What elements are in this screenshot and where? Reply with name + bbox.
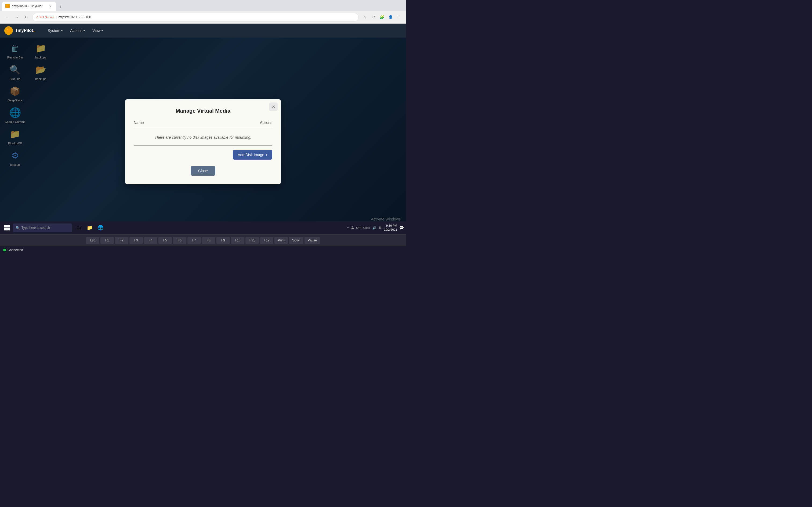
shield-button[interactable]: 🛡: [369, 13, 377, 21]
notification-icon[interactable]: 💬: [399, 226, 404, 230]
modal-close-button[interactable]: ✕: [269, 103, 277, 111]
system-menu[interactable]: System ▾: [44, 26, 66, 35]
esc-key[interactable]: Esc: [86, 237, 99, 244]
modal-overlay: ✕ Manage Virtual Media Name Actions Ther…: [0, 38, 406, 246]
logo-icon: 🟠: [4, 26, 13, 35]
start-button[interactable]: [2, 223, 12, 233]
new-tab-button[interactable]: +: [57, 3, 64, 11]
extension-button[interactable]: 🧩: [378, 13, 386, 21]
scroll-key[interactable]: Scroll: [289, 237, 303, 244]
f4-key[interactable]: F4: [144, 237, 157, 244]
address-actions: ☆ 🛡 🧩 👤 ⋮: [361, 13, 403, 21]
close-button[interactable]: Close: [191, 166, 215, 176]
forward-button[interactable]: →: [13, 13, 20, 21]
bookmark-button[interactable]: ☆: [361, 13, 368, 21]
refresh-button[interactable]: ↻: [22, 13, 30, 21]
table-header: Name Actions: [134, 120, 272, 127]
back-button[interactable]: ←: [3, 13, 11, 21]
empty-message: There are currently no disk images avail…: [155, 135, 251, 139]
profile-button[interactable]: 👤: [387, 13, 394, 21]
logo-text: TinyPilot...: [15, 28, 36, 33]
fn-bar-wrapper: Esc F1 F2 F3 F4 F5 F6 F7 F8 F9 F10 F11 F…: [0, 234, 406, 246]
actions-menu[interactable]: Actions ▾: [66, 26, 89, 35]
tab-close-button[interactable]: ✕: [48, 4, 53, 9]
nav-menu: System ▾ Actions ▾ View ▾: [44, 26, 107, 35]
address-input[interactable]: ⚠ Not Secure | https://192.168.3.160: [32, 13, 359, 21]
search-bar[interactable]: 🔍 Type here to search: [13, 223, 72, 232]
weather-temp: 64°F Clear: [356, 226, 370, 229]
browser-frame: 🟠 tinypilot-01 - TinyPilot ✕ + ← → ↻ ⚠ N…: [0, 0, 406, 253]
print-key[interactable]: Print: [274, 237, 288, 244]
add-disk-button[interactable]: Add Disk Image ▾: [233, 150, 272, 160]
f9-key[interactable]: F9: [216, 237, 230, 244]
clock-date: 12/2/2021: [384, 228, 397, 232]
weather-icon: 🌤: [351, 226, 354, 230]
clock-time: 9:50 PM: [384, 224, 397, 228]
warning-icon: ⚠: [36, 15, 39, 19]
main-content: 🗑 Recycle Bin 📁 backups 🔍 Blue Iris 📂: [0, 38, 406, 246]
modal-close-icon: ✕: [272, 104, 275, 109]
address-divider: |: [56, 15, 57, 19]
f7-key[interactable]: F7: [188, 237, 201, 244]
not-secure-label: Not Secure: [40, 15, 54, 19]
desktop: 🗑 Recycle Bin 📁 backups 🔍 Blue Iris 📂: [0, 38, 406, 246]
win-sq-4: [7, 228, 10, 230]
address-bar: ← → ↻ ⚠ Not Secure | https://192.168.3.1…: [0, 11, 406, 23]
f8-key[interactable]: F8: [202, 237, 215, 244]
actions-arrow: ▾: [84, 29, 85, 32]
security-warning: ⚠ Not Secure: [36, 15, 54, 19]
f6-key[interactable]: F6: [173, 237, 186, 244]
modal-close-section: Close: [134, 166, 272, 176]
system-tray: ^ 🌤 64°F Clear 🔊 🖥 9:50 PM 12/2/2021 💬: [347, 224, 404, 232]
url-text: https://192.168.3.160: [58, 15, 91, 19]
f2-key[interactable]: F2: [115, 237, 129, 244]
modal-title: Manage Virtual Media: [134, 108, 272, 114]
modal: ✕ Manage Virtual Media Name Actions Ther…: [125, 99, 281, 184]
network-icon[interactable]: 🖥: [378, 226, 382, 230]
chrome-taskbar-icon[interactable]: 🌐: [96, 223, 105, 233]
col-actions-header: Actions: [260, 120, 272, 125]
file-explorer-icon[interactable]: 📁: [85, 223, 95, 233]
add-disk-arrow: ▾: [266, 153, 267, 157]
taskbar: 🔍 Type here to search 🗂 📁 🌐 ^ 🌤 64°F Cle…: [0, 221, 406, 234]
f10-key[interactable]: F10: [231, 237, 244, 244]
win-sq-3: [4, 228, 7, 230]
system-arrow: ▾: [61, 29, 62, 32]
pause-key[interactable]: Pause: [305, 237, 320, 244]
f12-key[interactable]: F12: [260, 237, 273, 244]
search-placeholder: Type here to search: [21, 226, 50, 230]
status-bar: Connected: [0, 246, 406, 253]
view-arrow: ▾: [101, 29, 103, 32]
table-body: There are currently no disk images avail…: [134, 129, 272, 146]
f5-key[interactable]: F5: [158, 237, 172, 244]
speaker-icon[interactable]: 🔊: [372, 226, 376, 230]
connected-indicator: [3, 249, 6, 251]
col-name-header: Name: [134, 120, 144, 125]
fn-bar: Esc F1 F2 F3 F4 F5 F6 F7 F8 F9 F10 F11 F…: [0, 234, 406, 246]
menu-button[interactable]: ⋮: [395, 13, 403, 21]
search-icon: 🔍: [15, 226, 20, 230]
tinypilot-nav: 🟠 TinyPilot... System ▾ Actions ▾ View ▾: [0, 23, 406, 38]
view-menu[interactable]: View ▾: [89, 26, 107, 35]
modal-table: Name Actions There are currently no disk…: [134, 120, 272, 160]
taskbar-wrapper: 🔍 Type here to search 🗂 📁 🌐 ^ 🌤 64°F Cle…: [0, 221, 406, 234]
active-tab[interactable]: 🟠 tinypilot-01 - TinyPilot ✕: [2, 2, 56, 11]
win-sq-1: [4, 225, 7, 227]
tinypilot-logo: 🟠 TinyPilot...: [4, 26, 36, 35]
clock: 9:50 PM 12/2/2021: [384, 224, 397, 232]
taskbar-icons: 🗂 📁 🌐: [74, 223, 105, 233]
logo-name: TinyPilot: [15, 28, 33, 33]
tray-expand[interactable]: ^: [347, 226, 349, 229]
f1-key[interactable]: F1: [100, 237, 114, 244]
tab-title: tinypilot-01 - TinyPilot: [12, 4, 46, 8]
tab-bar: 🟠 tinypilot-01 - TinyPilot ✕ +: [0, 0, 406, 11]
f3-key[interactable]: F3: [130, 237, 143, 244]
connected-label: Connected: [7, 248, 23, 252]
windows-icon: [4, 225, 10, 230]
add-disk-label: Add Disk Image: [238, 153, 264, 157]
win-sq-2: [7, 225, 10, 227]
f11-key[interactable]: F11: [245, 237, 259, 244]
logo-dot: ...: [33, 30, 35, 33]
task-view-icon[interactable]: 🗂: [74, 223, 84, 233]
tab-favicon: 🟠: [5, 4, 10, 8]
